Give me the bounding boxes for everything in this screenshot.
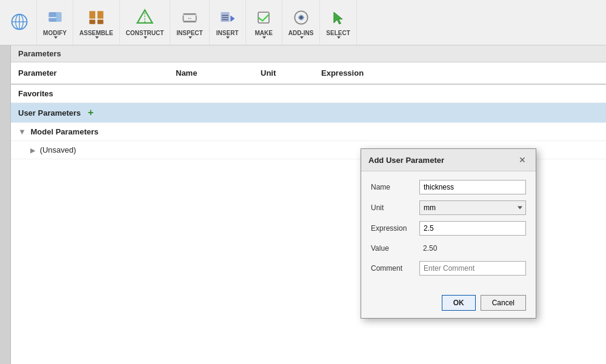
- svg-marker-19: [231, 15, 235, 22]
- name-input[interactable]: [419, 180, 526, 194]
- svg-rect-18: [221, 12, 230, 22]
- col-unit: Unit: [253, 66, 314, 80]
- add-ins-arrow: [299, 36, 304, 39]
- favorites-label: Favorites: [11, 87, 168, 100]
- unit-select[interactable]: mm cm m in ft: [419, 200, 526, 215]
- dialog-body: Name Unit mm cm m in ft: [361, 171, 536, 290]
- insert-arrow: [225, 36, 230, 39]
- cancel-button[interactable]: Cancel: [481, 295, 526, 311]
- assemble-label: ASSEMBLE: [79, 30, 113, 36]
- dialog-footer: OK Cancel: [361, 290, 536, 318]
- svg-rect-5: [54, 12, 61, 22]
- toolbar-item-globe[interactable]: [2, 0, 37, 45]
- svg-rect-9: [89, 19, 95, 24]
- comment-input[interactable]: [419, 261, 526, 276]
- toolbar-item-select[interactable]: SELECT: [320, 0, 356, 45]
- inspect-icon: ↔: [179, 7, 201, 28]
- unit-select-wrapper[interactable]: mm cm m in ft: [419, 200, 526, 215]
- globe-icon: [8, 11, 30, 33]
- value-display: 2.50: [419, 242, 526, 255]
- svg-rect-7: [89, 11, 95, 18]
- assemble-icon: [85, 7, 107, 28]
- toolbar: MODIFY ASSEMBLE CONSTRUCT: [0, 0, 606, 45]
- unit-row: Unit mm cm m in ft: [371, 200, 526, 215]
- modify-label: MODIFY: [43, 30, 67, 36]
- toolbar-item-insert[interactable]: INSERT: [210, 0, 246, 45]
- name-field-label: Name: [371, 183, 419, 191]
- comment-field-label: Comment: [371, 264, 419, 273]
- svg-text:↔: ↔: [187, 15, 193, 21]
- construct-arrow: [142, 36, 147, 39]
- col-expression: Expression: [314, 66, 606, 80]
- add-ins-icon: [290, 7, 312, 28]
- toolbar-item-make[interactable]: MAKE: [246, 0, 282, 45]
- assemble-arrow: [94, 36, 99, 39]
- toolbar-item-add-ins[interactable]: ADD-INS: [282, 0, 321, 45]
- dialog-titlebar: Add User Parameter ✕: [361, 149, 536, 171]
- comment-row: Comment: [371, 261, 526, 276]
- user-params-label: User Parameters +: [11, 105, 168, 120]
- make-label: MAKE: [255, 30, 272, 36]
- svg-marker-26: [334, 12, 342, 24]
- table-header: Parameter Name Unit Expression: [11, 62, 606, 85]
- svg-rect-14: [183, 21, 196, 22]
- svg-rect-23: [258, 12, 269, 23]
- modify-icon: [44, 7, 66, 28]
- add-user-parameter-dialog[interactable]: Add User Parameter ✕ Name Unit mm cm m i…: [361, 148, 536, 319]
- select-label: SELECT: [326, 30, 350, 36]
- col-name: Name: [168, 66, 253, 80]
- ok-button[interactable]: OK: [442, 295, 476, 311]
- construct-label: CONSTRUCT: [126, 30, 164, 36]
- expression-row: Expression: [371, 221, 526, 236]
- expression-field-label: Expression: [371, 224, 419, 233]
- add-ins-label: ADD-INS: [288, 30, 314, 36]
- table-row[interactable]: User Parameters +: [11, 103, 606, 123]
- svg-rect-10: [98, 19, 104, 24]
- make-arrow: [261, 36, 266, 39]
- expression-input[interactable]: [419, 221, 526, 236]
- model-params-label: ▼ Model Parameters: [11, 125, 168, 138]
- unsaved-label: ▶ (Unsaved): [11, 144, 168, 156]
- toolbar-item-construct[interactable]: CONSTRUCT: [120, 0, 171, 45]
- insert-icon: [216, 7, 238, 28]
- table-row[interactable]: Favorites: [11, 85, 606, 103]
- name-row: Name: [371, 180, 526, 194]
- parameters-title: Parameters: [11, 45, 606, 62]
- left-sidebar-strip: [0, 45, 11, 364]
- value-field-label: Value: [371, 244, 419, 253]
- make-icon: [253, 7, 275, 28]
- table-row[interactable]: ▼ Model Parameters: [11, 123, 606, 141]
- select-arrow: [336, 36, 341, 39]
- add-parameter-icon[interactable]: +: [88, 107, 93, 117]
- svg-rect-8: [98, 11, 104, 18]
- unit-field-label: Unit: [371, 204, 419, 212]
- svg-point-25: [299, 16, 302, 19]
- close-button[interactable]: ✕: [516, 154, 528, 166]
- inspect-label: INSPECT: [176, 30, 202, 36]
- construct-icon: [134, 7, 156, 28]
- toolbar-item-modify[interactable]: MODIFY: [37, 0, 73, 45]
- value-row: Value 2.50: [371, 242, 526, 255]
- insert-label: INSERT: [216, 30, 239, 36]
- inspect-arrow: [187, 36, 192, 39]
- modify-arrow: [53, 36, 58, 39]
- toolbar-item-assemble[interactable]: ASSEMBLE: [73, 0, 120, 45]
- select-icon: [327, 7, 349, 28]
- col-parameter: Parameter: [11, 66, 168, 80]
- toolbar-item-inspect[interactable]: ↔ INSPECT: [170, 0, 209, 45]
- dialog-title: Add User Parameter: [368, 156, 444, 165]
